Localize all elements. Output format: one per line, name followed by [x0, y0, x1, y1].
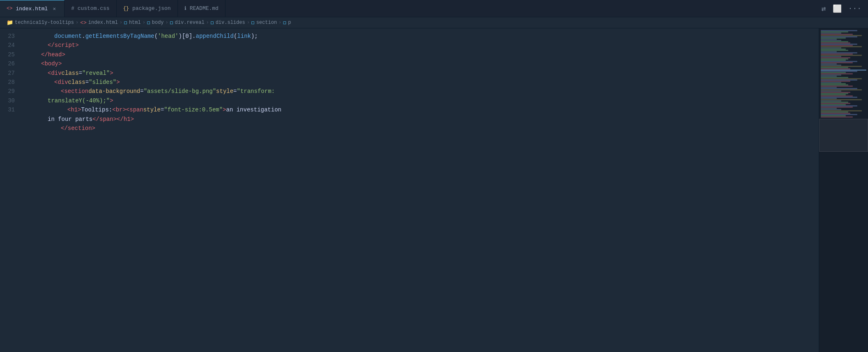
- editor-area: 23 24 25 26 27 28 29 30 31 document.getE…: [0, 28, 868, 352]
- breadcrumb-sep-3: ›: [143, 20, 145, 25]
- line-num-27: 27: [3, 69, 15, 78]
- tab-custom-css[interactable]: # custom.css: [64, 0, 116, 17]
- minimap: [819, 28, 868, 352]
- element-body-icon: ◻: [147, 19, 150, 26]
- code-content: 23 24 25 26 27 28 29 30 31 document.getE…: [0, 28, 819, 352]
- breadcrumb-html[interactable]: ◻ html: [124, 19, 141, 26]
- element-p-icon: ◻: [283, 19, 286, 26]
- code-line-29b: translateY(-40%);">: [21, 96, 819, 105]
- folder-icon: 📁: [7, 19, 13, 26]
- breadcrumb-file[interactable]: <> index.html: [80, 20, 118, 26]
- line-num-28: 28: [3, 78, 15, 87]
- css-icon: #: [71, 6, 74, 12]
- breadcrumb-body-label: body: [152, 20, 164, 25]
- file-html-icon: <>: [80, 20, 87, 26]
- tab-bar: <> index.html ✕ # custom.css {} package.…: [0, 0, 868, 17]
- code-line-29: <section data-background="assets/slide-b…: [21, 87, 819, 96]
- md-icon: ℹ: [184, 5, 186, 12]
- code-line-23: document.getElementsByTagName( 'head' )[…: [21, 32, 819, 41]
- breadcrumb-section[interactable]: ◻ section: [251, 19, 277, 26]
- breadcrumb-section-label: section: [256, 20, 277, 25]
- line-num-30: 30: [3, 96, 15, 105]
- tab-readme-md[interactable]: ℹ README.md: [178, 0, 226, 17]
- breadcrumb-body[interactable]: ◻ body: [147, 19, 164, 26]
- code-lines[interactable]: document.getElementsByTagName( 'head' )[…: [21, 28, 819, 352]
- line-num-24: 24: [3, 41, 15, 50]
- minimap-content: [819, 28, 868, 352]
- compare-button[interactable]: ⇄: [820, 2, 828, 15]
- breadcrumb-sep-2: ›: [120, 20, 122, 25]
- code-line-30: <h1>Tooltips: <br> <span style="font-siz…: [21, 105, 819, 114]
- breadcrumb-sep-6: ›: [247, 20, 250, 25]
- code-line-27: <div class="reveal">: [21, 69, 819, 78]
- code-line-31: </section>: [21, 124, 819, 133]
- tab-label-index-html: index.html: [16, 6, 48, 12]
- tab-actions: ⇄ ⬜ ···: [815, 2, 868, 15]
- html-icon: <>: [7, 6, 12, 12]
- tab-label-readme-md: README.md: [190, 5, 219, 12]
- tab-package-json[interactable]: {} package.json: [117, 0, 178, 17]
- breadcrumb-p-label: p: [288, 20, 291, 25]
- breadcrumb-div-reveal-label: div.reveal: [175, 20, 205, 25]
- breadcrumb-div-reveal[interactable]: ◻ div.reveal: [170, 19, 205, 26]
- line-num-25: 25: [3, 50, 15, 59]
- breadcrumb-sep-1: ›: [76, 20, 78, 25]
- breadcrumb-sep-5: ›: [206, 20, 209, 25]
- breadcrumb: 📁 technica11y-tooltips › <> index.html ›…: [0, 17, 868, 28]
- minimap-viewport[interactable]: [819, 119, 868, 152]
- breadcrumb-div-slides[interactable]: ◻ div.slides: [211, 19, 245, 26]
- breadcrumb-sep-7: ›: [279, 20, 281, 25]
- tab-label-custom-css: custom.css: [78, 5, 110, 12]
- code-line-30b: in four parts</span></h1>: [21, 115, 819, 124]
- element-section-icon: ◻: [251, 19, 255, 26]
- tab-index-html[interactable]: <> index.html ✕: [0, 0, 64, 17]
- tab-label-package-json: package.json: [132, 5, 171, 12]
- breadcrumb-file-label: index.html: [88, 20, 118, 25]
- tab-close-index-html[interactable]: ✕: [51, 5, 58, 12]
- code-line-28: <div class="slides">: [21, 78, 819, 87]
- code-line-24: </script>: [21, 41, 819, 50]
- line-num-31: 31: [3, 105, 15, 114]
- breadcrumb-sep-4: ›: [166, 20, 168, 25]
- element-div-reveal-icon: ◻: [170, 19, 173, 26]
- element-div-slides-icon: ◻: [211, 19, 214, 26]
- code-line-25: </head>: [21, 50, 819, 59]
- line-num-26: 26: [3, 59, 15, 68]
- breadcrumb-project[interactable]: 📁 technica11y-tooltips: [7, 19, 74, 26]
- line-numbers: 23 24 25 26 27 28 29 30 31: [0, 28, 21, 352]
- breadcrumb-div-slides-label: div.slides: [216, 20, 245, 25]
- minimap-line: [821, 116, 853, 118]
- json-icon: {}: [123, 6, 129, 12]
- code-line-26: <body>: [21, 59, 819, 68]
- element-html-icon: ◻: [124, 19, 127, 26]
- more-actions-button[interactable]: ···: [847, 3, 863, 14]
- breadcrumb-html-label: html: [129, 20, 141, 25]
- breadcrumb-p[interactable]: ◻ p: [283, 19, 291, 26]
- split-editor-button[interactable]: ⬜: [831, 2, 843, 15]
- breadcrumb-project-label: technica11y-tooltips: [15, 20, 74, 25]
- line-num-29: 29: [3, 87, 15, 96]
- code-editor[interactable]: 23 24 25 26 27 28 29 30 31 document.getE…: [0, 28, 819, 352]
- line-num-23: 23: [3, 32, 15, 41]
